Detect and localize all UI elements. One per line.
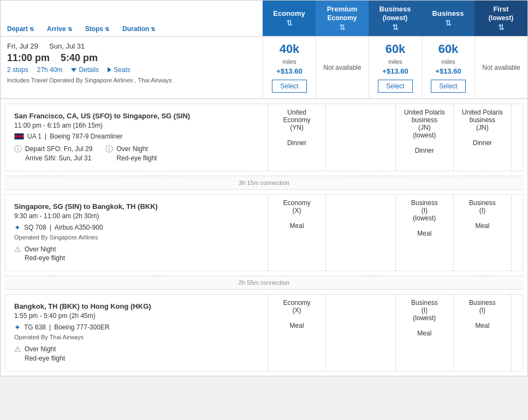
- airline-flag-icon: [14, 133, 24, 140]
- stops-label: Stops: [85, 25, 103, 33]
- arrive-date: Sun, Jul 31: [49, 42, 85, 50]
- star-alliance-icon: ✦: [14, 223, 21, 232]
- duration-col-header[interactable]: Duration ⇅: [122, 25, 155, 33]
- seg-cabin-biz: Business (I) Meal: [453, 295, 511, 371]
- summary-row: Fri, Jul 29 Sun, Jul 31 11:00 pm 5:40 pm…: [1, 37, 527, 99]
- summary-economy-cabin: 40k miles +$13.60 Select: [263, 37, 316, 98]
- seats-arrow-icon: [108, 67, 111, 73]
- seg-cabin-biz-low-code: (JN): [401, 124, 448, 131]
- seg-cabin-biz-low: Business (I) (lowest) Meal: [395, 195, 453, 271]
- segment-row: Singapore, SG (SIN) to Bangkok, TH (BKK)…: [5, 195, 523, 271]
- stops-count[interactable]: 2 stops: [7, 66, 28, 74]
- segment-left: Singapore, SG (SIN) to Bangkok, TH (BKK)…: [5, 195, 268, 271]
- cabin-sort-icon-business: ⇅: [445, 19, 452, 27]
- details-button[interactable]: Details: [71, 66, 99, 74]
- overnight-label: Over Night: [25, 345, 65, 354]
- economy-select-button[interactable]: Select: [272, 80, 306, 93]
- summary-first-cabin: Not available: [474, 37, 527, 98]
- segment-left: Bangkok, TH (BKK) to Hong Kong (HKG) 1:5…: [5, 295, 268, 371]
- arrive-col-header[interactable]: Arrive ⇅: [47, 25, 72, 33]
- business-select-button[interactable]: Select: [431, 80, 465, 93]
- cabin-header-economy[interactable]: Economy ⇅: [263, 1, 316, 36]
- seg-cabin-economy-name: United Economy: [274, 109, 320, 124]
- segment-info-row: ⓘ Depart SFO: Fri, Jul 29 Arrive SIN: Su…: [14, 145, 259, 163]
- seg-cabin-biz-low-sub: (lowest): [401, 314, 448, 322]
- seg-cabin-biz-low-sub: (lowest): [401, 131, 448, 139]
- seg-cabin-biz-code: (JN): [459, 124, 506, 131]
- seg-cabin-biz: Business (I) Meal: [453, 195, 511, 271]
- depart-sort-icon: ⇅: [29, 26, 34, 32]
- segment-row: San Francisco, CA, US (SFO) to Singapore…: [5, 104, 523, 171]
- seg-cabin-biz-meal: Dinner: [459, 139, 506, 147]
- cabin-header-first[interactable]: First (lowest) ⇅: [474, 1, 527, 36]
- flight-segment-detail: Singapore, SG (SIN) to Bangkok, TH (BKK)…: [5, 194, 523, 272]
- seg-cabin-biz-low-name: Business: [401, 199, 448, 207]
- duration-value: 27h 40m: [37, 66, 63, 74]
- seg-cabin-biz-low-code: (I): [401, 307, 448, 314]
- flight-dates: Fri, Jul 29 Sun, Jul 31: [7, 42, 256, 50]
- seg-cabin-economy-name: Economy: [274, 199, 320, 207]
- seg-cabin-economy: Economy (X) Meal: [268, 195, 325, 271]
- connection-bar: 2h 55m connection: [5, 275, 523, 290]
- aircraft-name: Boeing 787-9 Dreamliner: [50, 133, 122, 140]
- details-arrow-icon: [71, 68, 76, 72]
- aircraft-row: ✦ SQ 708 | Airbus A350-900: [14, 223, 259, 232]
- seg-cabin-biz-meal: Meal: [459, 322, 506, 329]
- includes-text: Includes Travel Operated By Singapore Ai…: [7, 77, 256, 83]
- overnight-info: ⚠ Over Night Red-eye flight: [14, 245, 65, 263]
- aircraft-name: Airbus A350-900: [55, 224, 103, 231]
- business-low-select-button[interactable]: Select: [378, 80, 412, 93]
- summary-business-cabin: 60k miles +$13.60 Select: [422, 37, 474, 98]
- warning-circle-icon: ⓘ: [105, 145, 113, 154]
- seg-cabin-economy-meal: Dinner: [274, 139, 320, 147]
- seg-cabin-economy-meal: Meal: [274, 222, 320, 230]
- header-row: Depart ⇅ Arrive ⇅ Stops ⇅ Duration ⇅ Eco…: [1, 1, 527, 37]
- seg-cabin-biz-name: United Polaris business: [459, 109, 506, 124]
- seats-button[interactable]: Seats: [108, 66, 130, 74]
- cabin-sort-icon-premium: ⇅: [339, 23, 346, 32]
- depart-info: ⓘ Depart SFO: Fri, Jul 29 Arrive SIN: Su…: [14, 145, 92, 163]
- flight-number: UA 1: [27, 133, 41, 140]
- operated-by: Operated By Thai Airways: [14, 334, 259, 340]
- seg-cabin-first: [511, 195, 523, 271]
- seg-cabin-biz-low: Business (I) (lowest) Meal: [395, 295, 453, 371]
- arrive-text: Arrive SIN: Sun, Jul 31: [25, 154, 92, 163]
- seg-cabin-economy-name: Economy: [274, 299, 320, 307]
- stops-col-header[interactable]: Stops ⇅: [85, 25, 109, 33]
- seg-cabin-biz-name: Business: [459, 299, 506, 307]
- star-alliance-icon: ✦: [14, 323, 21, 332]
- summary-left: Fri, Jul 29 Sun, Jul 31 11:00 pm 5:40 pm…: [1, 37, 263, 98]
- segment-row: Bangkok, TH (BKK) to Hong Kong (HKG) 1:5…: [5, 295, 523, 371]
- flight-results-container: Depart ⇅ Arrive ⇅ Stops ⇅ Duration ⇅ Eco…: [0, 0, 528, 376]
- duration-label: Duration: [122, 25, 149, 33]
- aircraft-separator: |: [49, 323, 51, 331]
- header-left-cols: Depart ⇅ Arrive ⇅ Stops ⇅ Duration ⇅: [1, 1, 263, 36]
- cabin-header-business[interactable]: Business ⇅: [422, 1, 474, 36]
- operated-by: Operated By Singapore Airlines: [14, 234, 259, 241]
- route-title: San Francisco, CA, US (SFO) to Singapore…: [14, 112, 259, 120]
- warning-circle-icon: ⚠: [14, 345, 21, 353]
- depart-time: 11:00 pm: [7, 52, 50, 64]
- info-circle-icon: ⓘ: [14, 145, 22, 154]
- overnight-text: Over Night Red-eye flight: [25, 345, 65, 363]
- seg-cabin-biz-meal: Meal: [459, 222, 506, 230]
- flight-info-row: 2 stops 27h 40m Details Seats: [7, 66, 256, 74]
- aircraft-row: UA 1 | Boeing 787-9 Dreamliner: [14, 133, 259, 140]
- depart-col-header[interactable]: Depart ⇅: [7, 25, 34, 33]
- seg-cabin-biz: United Polaris business (JN) Dinner: [453, 104, 511, 171]
- redeye-label: Red-eye flight: [116, 154, 157, 163]
- warning-circle-icon: ⚠: [14, 245, 21, 254]
- business-miles: 60k: [438, 42, 459, 56]
- seg-cabin-economy: Economy (X) Meal: [268, 295, 325, 371]
- cabin-header-premium[interactable]: Premium Economy ⇅: [316, 1, 369, 36]
- stops-sort-icon: ⇅: [105, 26, 109, 32]
- cabin-sort-icon-economy: ⇅: [286, 19, 293, 27]
- overnight-info: ⓘ Over Night Red-eye flight: [105, 145, 157, 163]
- cabin-header-business-low[interactable]: Business (lowest) ⇅: [369, 1, 422, 36]
- seg-cabin-economy: United Economy (YN) Dinner: [268, 104, 325, 171]
- depart-text: Depart SFO: Fri, Jul 29: [25, 145, 92, 154]
- duration-sort-icon: ⇅: [151, 26, 155, 32]
- seg-cabin-biz-low-name: United Polaris business: [401, 109, 448, 124]
- premium-not-available: Not available: [323, 64, 361, 71]
- seg-cabin-biz-code: (I): [459, 307, 506, 314]
